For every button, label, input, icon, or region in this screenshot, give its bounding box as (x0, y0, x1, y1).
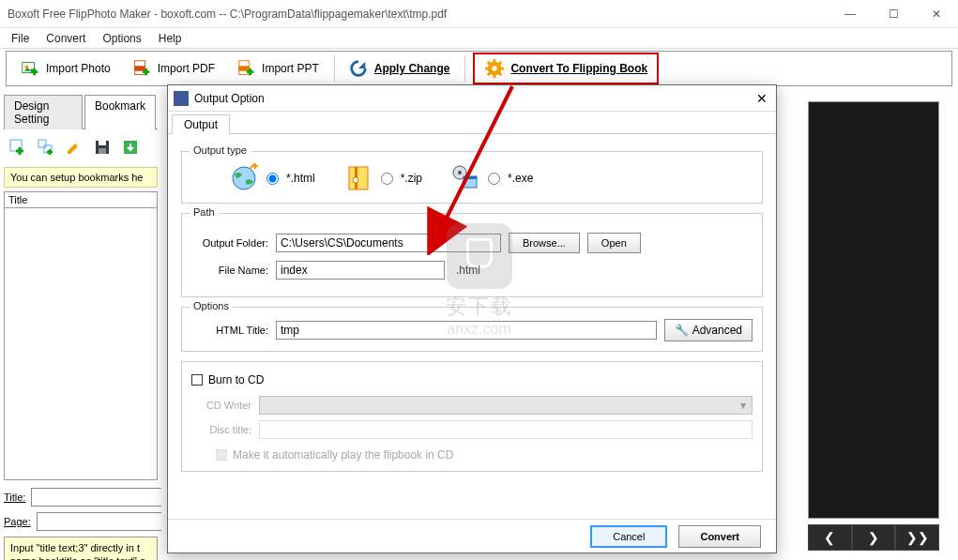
minimize-button[interactable]: — (829, 0, 872, 28)
browse-button[interactable]: Browse... (509, 233, 580, 253)
svg-point-1 (25, 65, 29, 68)
left-panel: Design Setting Bookmark You can setup bo… (0, 92, 161, 560)
autoplay-checkbox (216, 449, 227, 461)
burn-to-cd-label: Burn to CD (208, 373, 264, 386)
import-pdf-label: Import PDF (158, 62, 215, 75)
convert-flip-label: Convert To Flipping Book (510, 62, 647, 75)
edit-bookmark-button[interactable] (62, 135, 86, 159)
import-photo-button[interactable]: Import Photo (10, 55, 120, 82)
title-label: Title: (4, 492, 25, 503)
page-label: Page: (4, 516, 31, 527)
bookmark-hint: Input "title text;3" directly in t name … (4, 537, 158, 560)
autoplay-label: Make it automatically play the flipbook … (233, 448, 453, 462)
svg-rect-3 (134, 66, 144, 71)
title-column-header[interactable]: Title (4, 191, 158, 208)
menubar: File Convert Options Help (0, 28, 958, 49)
apply-change-button[interactable]: Apply Change (339, 55, 460, 82)
apply-change-label: Apply Change (374, 62, 450, 75)
save-bookmark-button[interactable] (90, 135, 114, 159)
import-ppt-label: Import PPT (262, 62, 319, 75)
toolbar-separator (334, 55, 335, 82)
menu-help[interactable]: Help (151, 30, 190, 47)
burn-group: Burn to CD CD Writer Disc title: Make it… (181, 361, 763, 472)
bookmark-list[interactable] (4, 208, 158, 480)
output-folder-input[interactable] (276, 234, 501, 252)
output-zip-label: *.zip (401, 172, 422, 185)
import-ppt-button[interactable]: Import PPT (226, 55, 328, 82)
options-group: Options HTML Title: 🔧 Advanced (181, 307, 763, 352)
output-exe-radio[interactable] (488, 173, 500, 185)
advanced-label: Advanced (692, 324, 742, 337)
svg-rect-12 (99, 141, 106, 145)
main-toolbar: Import Photo Import PDF Import PPT Apply… (6, 51, 952, 86)
html-title-input[interactable] (276, 321, 657, 340)
preview-fast-button[interactable]: ❯❯ (895, 524, 939, 551)
dialog-tab-output[interactable]: Output (172, 114, 230, 134)
dialog-icon (174, 91, 189, 106)
output-zip-radio[interactable] (381, 173, 393, 185)
file-name-label: File Name: (191, 265, 268, 276)
svg-point-7 (493, 66, 498, 71)
path-group: Path Output Folder: Browse... Open File … (181, 213, 763, 297)
svg-rect-22 (464, 176, 477, 179)
convert-button[interactable]: Convert (678, 525, 761, 548)
output-html-label: *.html (286, 172, 315, 185)
import-photo-label: Import Photo (46, 62, 111, 75)
refresh-icon (348, 58, 369, 79)
html-title-label: HTML Title: (191, 325, 268, 336)
file-suffix: .html (456, 264, 480, 277)
cd-writer-combo (259, 396, 753, 415)
window-titlebar: Boxoft Free FlipPhoto Maker - boxoft.com… (0, 0, 958, 28)
preview-nav: ❮ ❯ ❯❯ (808, 524, 939, 551)
add-child-bookmark-button[interactable] (34, 135, 58, 159)
add-bookmark-button[interactable] (6, 135, 30, 159)
title-input[interactable] (31, 488, 181, 507)
open-button[interactable]: Open (587, 233, 641, 253)
menu-options[interactable]: Options (95, 30, 148, 47)
menu-convert[interactable]: Convert (38, 30, 93, 47)
globe-icon (229, 163, 259, 193)
wrench-icon: 🔧 (675, 324, 689, 337)
disc-title-label: Disc title: (191, 424, 251, 435)
bookmark-tools (4, 129, 158, 165)
svg-point-18 (353, 177, 358, 183)
load-bookmark-button[interactable] (118, 135, 143, 159)
output-exe-label: *.exe (508, 172, 533, 185)
gear-icon (484, 58, 505, 79)
pdf-icon (131, 58, 152, 79)
import-pdf-button[interactable]: Import PDF (122, 55, 224, 82)
tab-bookmark[interactable]: Bookmark (84, 95, 156, 129)
panel-tabs: Design Setting Bookmark (4, 94, 158, 129)
output-type-legend: Output type (190, 144, 251, 156)
options-legend: Options (190, 300, 233, 311)
dialog-title: Output Option (194, 92, 753, 105)
advanced-button[interactable]: 🔧 Advanced (664, 319, 753, 341)
svg-rect-16 (349, 167, 368, 189)
burn-to-cd-checkbox[interactable] (191, 374, 203, 386)
svg-point-15 (233, 167, 255, 189)
bookmark-setup-message: You can setup bookmarks he (4, 167, 158, 188)
zip-icon (343, 163, 373, 193)
close-button[interactable]: ✕ (915, 0, 958, 28)
cancel-button[interactable]: Cancel (590, 525, 667, 548)
svg-rect-9 (38, 140, 46, 147)
convert-to-flipping-book-button[interactable]: Convert To Flipping Book (473, 53, 659, 84)
toolbar-separator (464, 55, 465, 82)
preview-prev-button[interactable]: ❮ (808, 524, 852, 551)
dialog-close-button[interactable]: ✕ (753, 90, 770, 107)
preview-canvas[interactable] (808, 101, 939, 519)
file-name-input[interactable] (276, 261, 445, 280)
cd-writer-label: CD Writer (191, 400, 251, 411)
path-legend: Path (190, 206, 219, 218)
maximize-button[interactable]: ☐ (872, 0, 915, 28)
tab-design-setting[interactable]: Design Setting (4, 95, 83, 129)
exe-icon (450, 163, 480, 193)
output-type-group: Output type *.html *.zip *.exe (181, 151, 763, 204)
svg-rect-5 (239, 66, 250, 71)
preview-next-button[interactable]: ❯ (852, 524, 896, 551)
svg-point-20 (458, 171, 462, 174)
menu-file[interactable]: File (4, 30, 37, 47)
disc-title-input (259, 420, 753, 439)
output-html-radio[interactable] (266, 173, 279, 185)
output-folder-label: Output Folder: (191, 237, 268, 249)
